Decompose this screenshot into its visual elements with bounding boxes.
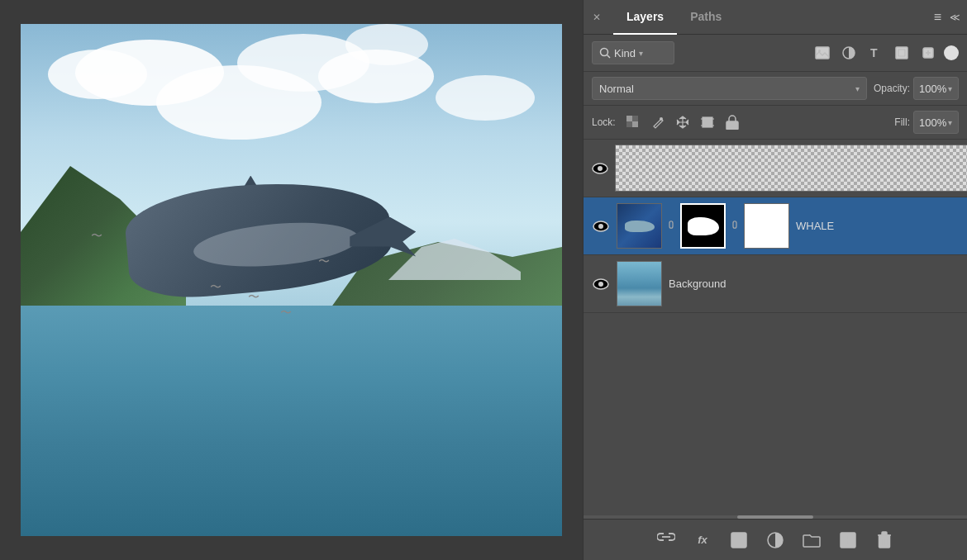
layer-birds-visibility[interactable] [592, 159, 608, 178]
svg-rect-14 [632, 121, 638, 127]
canvas-area: 〜 〜 〜 〜 〜 [0, 0, 583, 560]
lock-icons [624, 113, 741, 131]
filter-row: Kind ▾ T [584, 35, 967, 72]
fill-chevron: ▾ [948, 118, 952, 127]
opacity-val: 100% [919, 83, 946, 95]
tab-paths[interactable]: Paths [677, 0, 735, 35]
tab-layers[interactable]: Layers [613, 0, 677, 35]
opacity-input[interactable]: 100% ▾ [913, 77, 959, 100]
lock-label: Lock: [592, 116, 616, 128]
whale-link-icon-1 [665, 218, 677, 235]
svg-point-28 [598, 282, 603, 287]
search-icon [599, 47, 611, 59]
delete-button[interactable] [873, 529, 896, 552]
layer-whale-name: WHALE [796, 220, 959, 232]
svg-line-1 [607, 55, 611, 59]
svg-point-15 [660, 117, 663, 121]
filter-icons: T [679, 42, 959, 64]
lock-image-icon[interactable] [649, 113, 667, 131]
blend-row: Normal ▾ Opacity: 100% ▾ [584, 72, 967, 106]
whale-link-icon-2 [729, 218, 741, 235]
new-layer-button[interactable] [836, 529, 860, 552]
layer-background[interactable]: Background [584, 255, 967, 313]
eye-icon-whale [593, 221, 609, 232]
layer-birds-thumb [615, 145, 967, 192]
layers-list: Birds [584, 140, 967, 515]
svg-rect-7 [898, 50, 905, 56]
blend-chevron: ▾ [855, 84, 860, 93]
layer-background-thumb [617, 261, 662, 306]
group-button[interactable] [800, 529, 823, 552]
layer-birds[interactable]: Birds [584, 140, 967, 197]
lock-row: Lock: [584, 106, 967, 140]
layer-whale[interactable]: WHALE [584, 197, 967, 255]
fill-label: Fill: [894, 116, 910, 128]
svg-rect-11 [626, 116, 632, 121]
svg-rect-31 [735, 536, 743, 544]
scroll-indicator [584, 515, 967, 519]
opacity-label: Opacity: [874, 83, 910, 94]
bird-2: 〜 [210, 280, 222, 295]
whale-smart-thumb [617, 203, 662, 249]
eye-icon-background [593, 278, 609, 290]
fill-input[interactable]: 100% ▾ [913, 111, 959, 134]
svg-text:T: T [870, 46, 878, 59]
layer-background-visibility[interactable] [592, 275, 610, 293]
canvas-image: 〜 〜 〜 〜 〜 [21, 24, 562, 536]
lock-position-icon[interactable] [674, 113, 692, 131]
filter-toggle[interactable] [944, 45, 959, 60]
kind-label: Kind [614, 47, 636, 59]
mask-button[interactable] [727, 529, 750, 552]
opacity-section: Opacity: 100% ▾ [874, 77, 959, 100]
filter-adjustment-icon[interactable] [838, 42, 860, 64]
fx-button[interactable]: fx [691, 529, 714, 552]
adjustment-button[interactable] [764, 529, 787, 552]
eye-icon-birds [592, 163, 608, 174]
lock-artboard-icon[interactable] [698, 113, 717, 131]
blend-mode-value: Normal [599, 83, 634, 95]
bottom-toolbar: fx [584, 519, 967, 560]
svg-point-22 [731, 125, 733, 127]
kind-dropdown[interactable]: Kind ▾ [592, 41, 674, 64]
svg-rect-16 [703, 117, 712, 127]
layer-background-name: Background [669, 278, 959, 290]
panel-header: ✕ Layers Paths ≡ ≪ [584, 0, 967, 35]
bird-1: 〜 [91, 229, 102, 244]
whale-mask-thumb [680, 203, 726, 249]
fill-val: 100% [919, 116, 946, 129]
filter-shape-icon[interactable] [891, 42, 912, 64]
water-layer [21, 306, 562, 536]
panel-tabs: Layers Paths [613, 0, 735, 35]
link-button[interactable] [655, 529, 678, 552]
whale-thumbs-group [617, 203, 789, 249]
right-panel: ✕ Layers Paths ≡ ≪ Kind ▾ [583, 0, 967, 560]
fill-section: Fill: 100% ▾ [894, 111, 959, 134]
close-button[interactable]: ✕ [590, 11, 603, 24]
collapse-icon[interactable]: ≪ [950, 12, 960, 23]
kind-chevron: ▾ [639, 49, 643, 58]
panel-menu-icon[interactable]: ≡ [934, 10, 941, 25]
svg-rect-12 [632, 116, 638, 121]
opacity-chevron: ▾ [948, 84, 952, 93]
svg-point-3 [818, 50, 821, 52]
filter-type-icon[interactable]: T [865, 42, 886, 64]
filter-image-icon[interactable] [812, 42, 833, 64]
svg-point-24 [598, 166, 603, 171]
svg-point-26 [598, 224, 603, 229]
scroll-thumb [737, 515, 814, 519]
svg-rect-13 [626, 121, 632, 127]
lock-pixels-icon[interactable] [624, 113, 642, 131]
svg-point-0 [601, 49, 608, 56]
blend-mode-dropdown[interactable]: Normal ▾ [592, 77, 867, 100]
panel-header-left: ✕ Layers Paths [590, 0, 735, 35]
bird-5: 〜 [318, 254, 330, 269]
whale-belly [192, 216, 360, 272]
bird-4: 〜 [280, 306, 292, 320]
layer-whale-visibility[interactable] [592, 217, 610, 235]
whale-white-thumb [744, 203, 789, 249]
filter-smart-icon[interactable] [917, 42, 939, 64]
bird-3: 〜 [248, 290, 260, 305]
lock-all-icon[interactable] [723, 113, 741, 131]
